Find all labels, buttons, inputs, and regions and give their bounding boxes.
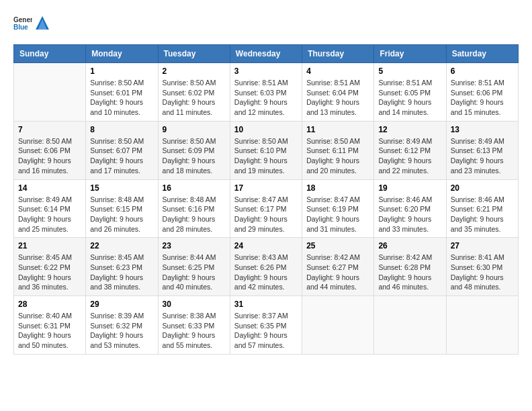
day-number: 9 (163, 125, 226, 134)
day-number: 31 (234, 300, 298, 309)
calendar-cell: 22 Sunrise: 8:45 AMSunset: 6:23 PMDaylig… (86, 238, 158, 296)
calendar-cell: 17 Sunrise: 8:47 AMSunset: 6:17 PMDaylig… (230, 179, 302, 238)
day-info: Sunrise: 8:50 AMSunset: 6:06 PMDaylight:… (18, 136, 81, 176)
day-number: 26 (378, 241, 441, 250)
day-info: Sunrise: 8:51 AMSunset: 6:06 PMDaylight:… (451, 78, 514, 118)
day-number: 22 (90, 241, 153, 250)
weekday-header-thursday: Thursday (302, 45, 374, 63)
day-info: Sunrise: 8:50 AMSunset: 6:01 PMDaylight:… (90, 78, 153, 118)
day-number: 12 (378, 125, 441, 134)
calendar-cell: 11 Sunrise: 8:50 AMSunset: 6:11 PMDaylig… (302, 121, 374, 179)
day-number: 24 (234, 241, 298, 250)
day-info: Sunrise: 8:40 AMSunset: 6:31 PMDaylight:… (18, 311, 81, 351)
calendar-cell (302, 296, 374, 355)
day-number: 6 (451, 66, 514, 76)
day-number: 4 (306, 66, 369, 76)
calendar-cell: 30 Sunrise: 8:38 AMSunset: 6:33 PMDaylig… (158, 296, 230, 355)
calendar-cell (446, 296, 518, 355)
day-number: 27 (451, 241, 514, 250)
calendar-cell: 16 Sunrise: 8:48 AMSunset: 6:16 PMDaylig… (158, 179, 230, 238)
calendar-cell: 6 Sunrise: 8:51 AMSunset: 6:06 PMDayligh… (446, 63, 518, 122)
calendar-cell: 29 Sunrise: 8:39 AMSunset: 6:32 PMDaylig… (86, 296, 158, 355)
day-number: 30 (163, 300, 226, 309)
day-info: Sunrise: 8:49 AMSunset: 6:12 PMDaylight:… (378, 136, 441, 176)
day-info: Sunrise: 8:42 AMSunset: 6:28 PMDaylight:… (378, 253, 441, 292)
day-info: Sunrise: 8:46 AMSunset: 6:20 PMDaylight:… (378, 195, 441, 234)
weekday-header-sunday: Sunday (14, 45, 86, 63)
day-info: Sunrise: 8:50 AMSunset: 6:10 PMDaylight:… (234, 136, 298, 176)
day-info: Sunrise: 8:39 AMSunset: 6:32 PMDaylight:… (90, 311, 153, 351)
day-number: 7 (18, 125, 81, 134)
calendar-cell: 2 Sunrise: 8:50 AMSunset: 6:02 PMDayligh… (158, 63, 230, 122)
day-info: Sunrise: 8:43 AMSunset: 6:26 PMDaylight:… (234, 253, 298, 292)
calendar-cell: 24 Sunrise: 8:43 AMSunset: 6:26 PMDaylig… (230, 238, 302, 296)
day-number: 15 (90, 183, 153, 193)
day-info: Sunrise: 8:50 AMSunset: 6:02 PMDaylight:… (163, 78, 226, 118)
calendar-cell (14, 63, 86, 122)
weekday-header-friday: Friday (374, 45, 446, 63)
day-info: Sunrise: 8:50 AMSunset: 6:07 PMDaylight:… (90, 136, 153, 176)
day-number: 14 (18, 183, 81, 193)
calendar-week-3: 14 Sunrise: 8:49 AMSunset: 6:14 PMDaylig… (14, 179, 519, 238)
day-info: Sunrise: 8:38 AMSunset: 6:33 PMDaylight:… (163, 311, 226, 351)
weekday-header-monday: Monday (86, 45, 158, 63)
day-number: 1 (90, 66, 153, 76)
calendar-week-1: 1 Sunrise: 8:50 AMSunset: 6:01 PMDayligh… (14, 63, 519, 122)
day-number: 8 (90, 125, 153, 134)
calendar-week-4: 21 Sunrise: 8:45 AMSunset: 6:22 PMDaylig… (14, 238, 519, 296)
calendar-cell: 15 Sunrise: 8:48 AMSunset: 6:15 PMDaylig… (86, 179, 158, 238)
weekday-header-tuesday: Tuesday (158, 45, 230, 63)
day-number: 3 (234, 66, 298, 76)
calendar-cell: 4 Sunrise: 8:51 AMSunset: 6:04 PMDayligh… (302, 63, 374, 122)
day-number: 29 (90, 300, 153, 309)
day-info: Sunrise: 8:47 AMSunset: 6:19 PMDaylight:… (306, 195, 369, 234)
day-number: 10 (234, 125, 298, 134)
weekday-header-wednesday: Wednesday (230, 45, 302, 63)
calendar-table: SundayMondayTuesdayWednesdayThursdayFrid… (13, 44, 519, 355)
calendar-cell: 13 Sunrise: 8:49 AMSunset: 6:13 PMDaylig… (446, 121, 518, 179)
calendar-cell: 14 Sunrise: 8:49 AMSunset: 6:14 PMDaylig… (14, 179, 86, 238)
calendar-cell: 1 Sunrise: 8:50 AMSunset: 6:01 PMDayligh… (86, 63, 158, 122)
svg-text:General: General (13, 16, 32, 24)
day-info: Sunrise: 8:42 AMSunset: 6:27 PMDaylight:… (306, 253, 369, 292)
calendar-cell: 9 Sunrise: 8:50 AMSunset: 6:09 PMDayligh… (158, 121, 230, 179)
day-info: Sunrise: 8:51 AMSunset: 6:04 PMDaylight:… (306, 78, 369, 118)
calendar-cell (374, 296, 446, 355)
day-number: 16 (163, 183, 226, 193)
calendar-cell: 3 Sunrise: 8:51 AMSunset: 6:03 PMDayligh… (230, 63, 302, 122)
day-info: Sunrise: 8:51 AMSunset: 6:05 PMDaylight:… (378, 78, 441, 118)
day-info: Sunrise: 8:46 AMSunset: 6:21 PMDaylight:… (451, 195, 514, 234)
calendar-cell: 12 Sunrise: 8:49 AMSunset: 6:12 PMDaylig… (374, 121, 446, 179)
calendar-cell: 26 Sunrise: 8:42 AMSunset: 6:28 PMDaylig… (374, 238, 446, 296)
day-number: 18 (306, 183, 369, 193)
logo: General Blue (13, 13, 51, 32)
calendar-cell: 7 Sunrise: 8:50 AMSunset: 6:06 PMDayligh… (14, 121, 86, 179)
weekday-header-saturday: Saturday (446, 45, 518, 63)
day-number: 28 (18, 300, 81, 309)
day-number: 25 (306, 241, 369, 250)
day-info: Sunrise: 8:41 AMSunset: 6:30 PMDaylight:… (451, 253, 514, 292)
calendar-cell: 23 Sunrise: 8:44 AMSunset: 6:25 PMDaylig… (158, 238, 230, 296)
day-info: Sunrise: 8:48 AMSunset: 6:15 PMDaylight:… (90, 195, 153, 234)
day-info: Sunrise: 8:45 AMSunset: 6:23 PMDaylight:… (90, 253, 153, 292)
calendar-cell: 21 Sunrise: 8:45 AMSunset: 6:22 PMDaylig… (14, 238, 86, 296)
calendar-cell: 10 Sunrise: 8:50 AMSunset: 6:10 PMDaylig… (230, 121, 302, 179)
day-info: Sunrise: 8:47 AMSunset: 6:17 PMDaylight:… (234, 195, 298, 234)
day-info: Sunrise: 8:49 AMSunset: 6:14 PMDaylight:… (18, 195, 81, 234)
day-info: Sunrise: 8:51 AMSunset: 6:03 PMDaylight:… (234, 78, 298, 118)
day-number: 11 (306, 125, 369, 134)
calendar-cell: 18 Sunrise: 8:47 AMSunset: 6:19 PMDaylig… (302, 179, 374, 238)
day-info: Sunrise: 8:37 AMSunset: 6:35 PMDaylight:… (234, 311, 298, 351)
calendar-cell: 27 Sunrise: 8:41 AMSunset: 6:30 PMDaylig… (446, 238, 518, 296)
calendar-week-5: 28 Sunrise: 8:40 AMSunset: 6:31 PMDaylig… (14, 296, 519, 355)
calendar-cell: 8 Sunrise: 8:50 AMSunset: 6:07 PMDayligh… (86, 121, 158, 179)
day-info: Sunrise: 8:48 AMSunset: 6:16 PMDaylight:… (163, 195, 226, 234)
calendar-cell: 25 Sunrise: 8:42 AMSunset: 6:27 PMDaylig… (302, 238, 374, 296)
calendar-cell: 28 Sunrise: 8:40 AMSunset: 6:31 PMDaylig… (14, 296, 86, 355)
day-number: 17 (234, 183, 298, 193)
day-info: Sunrise: 8:50 AMSunset: 6:11 PMDaylight:… (306, 136, 369, 176)
day-number: 20 (451, 183, 514, 193)
day-info: Sunrise: 8:49 AMSunset: 6:13 PMDaylight:… (451, 136, 514, 176)
calendar-week-2: 7 Sunrise: 8:50 AMSunset: 6:06 PMDayligh… (14, 121, 519, 179)
day-number: 21 (18, 241, 81, 250)
